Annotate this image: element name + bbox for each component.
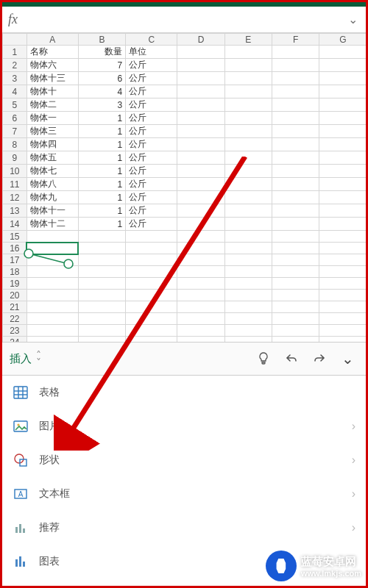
- cell-G12[interactable]: [319, 191, 366, 204]
- col-header-C[interactable]: C: [126, 34, 177, 46]
- table-row[interactable]: 10物体七1公斤: [3, 165, 367, 178]
- cell-E12[interactable]: [224, 191, 272, 204]
- cell-F9[interactable]: [272, 151, 319, 165]
- cell-C5[interactable]: 公斤: [126, 98, 177, 112]
- cell-F23[interactable]: [272, 325, 319, 337]
- row-header[interactable]: 12: [3, 191, 27, 204]
- cell-C1[interactable]: 单位: [126, 46, 177, 59]
- cell-G5[interactable]: [319, 98, 366, 112]
- col-header-A[interactable]: A: [26, 34, 78, 46]
- cell-C8[interactable]: 公斤: [126, 138, 177, 151]
- cell-D15[interactable]: [177, 231, 224, 243]
- cell-C20[interactable]: [126, 290, 177, 301]
- cell-A10[interactable]: 物体七: [26, 165, 78, 178]
- cell-A7[interactable]: 物体三: [26, 125, 78, 138]
- table-row[interactable]: 16: [3, 243, 367, 254]
- cell-E2[interactable]: [224, 59, 272, 72]
- row-header[interactable]: 7: [3, 125, 27, 138]
- cell-F1[interactable]: [272, 46, 319, 59]
- cell-D19[interactable]: [177, 278, 224, 290]
- row-header[interactable]: 19: [3, 278, 27, 290]
- cell-A20[interactable]: [26, 290, 78, 301]
- cell-D7[interactable]: [177, 125, 224, 138]
- cell-A18[interactable]: [26, 266, 78, 278]
- cell-D6[interactable]: [177, 112, 224, 125]
- cell-C6[interactable]: 公斤: [126, 112, 177, 125]
- insert-group-recommend[interactable]: 推荐›: [2, 511, 366, 545]
- cell-G16[interactable]: [319, 243, 366, 254]
- chevron-down-icon[interactable]: ⌄: [336, 348, 358, 370]
- cell-F7[interactable]: [272, 125, 319, 138]
- cell-F24[interactable]: [272, 337, 319, 343]
- cell-E24[interactable]: [224, 337, 272, 343]
- cell-B24[interactable]: [78, 337, 125, 343]
- cell-D17[interactable]: [177, 254, 224, 266]
- cell-B19[interactable]: [78, 278, 125, 290]
- cell-B18[interactable]: [78, 266, 125, 278]
- cell-E17[interactable]: [224, 254, 272, 266]
- cell-D9[interactable]: [177, 151, 224, 165]
- cell-C9[interactable]: 公斤: [126, 151, 177, 165]
- row-header[interactable]: 22: [3, 313, 27, 325]
- cell-G1[interactable]: [319, 46, 366, 59]
- cell-D2[interactable]: [177, 59, 224, 72]
- cell-B6[interactable]: 1: [78, 112, 125, 125]
- cell-E3[interactable]: [224, 72, 272, 85]
- insert-group-textbox[interactable]: A文本框›: [2, 477, 366, 511]
- row-header[interactable]: 17: [3, 254, 27, 266]
- row-header[interactable]: 16: [3, 243, 27, 254]
- cell-B21[interactable]: [78, 301, 125, 313]
- cell-B17[interactable]: [78, 254, 125, 266]
- cell-B23[interactable]: [78, 325, 125, 337]
- cell-G9[interactable]: [319, 151, 366, 165]
- cell-C21[interactable]: [126, 301, 177, 313]
- cell-G7[interactable]: [319, 125, 366, 138]
- table-row[interactable]: 7物体三1公斤: [3, 125, 367, 138]
- cell-F17[interactable]: [272, 254, 319, 266]
- cell-F8[interactable]: [272, 138, 319, 151]
- row-header[interactable]: 3: [3, 72, 27, 85]
- chevron-down-icon[interactable]: ⌄: [345, 12, 360, 26]
- insert-group-picture[interactable]: 图片›: [2, 409, 366, 443]
- cell-C4[interactable]: 公斤: [126, 85, 177, 98]
- cell-G24[interactable]: [319, 337, 366, 343]
- cell-G20[interactable]: [319, 290, 366, 301]
- cell-G13[interactable]: [319, 204, 366, 218]
- cell-C13[interactable]: 公斤: [126, 204, 177, 218]
- table-row[interactable]: 15: [3, 231, 367, 243]
- cell-B5[interactable]: 3: [78, 98, 125, 112]
- cell-G19[interactable]: [319, 278, 366, 290]
- cell-D3[interactable]: [177, 72, 224, 85]
- table-row[interactable]: 19: [3, 278, 367, 290]
- cell-D10[interactable]: [177, 165, 224, 178]
- cell-G15[interactable]: [319, 231, 366, 243]
- table-row[interactable]: 2物体六7公斤: [3, 59, 367, 72]
- cell-E11[interactable]: [224, 178, 272, 191]
- row-header[interactable]: 11: [3, 178, 27, 191]
- cell-C18[interactable]: [126, 266, 177, 278]
- cell-B1[interactable]: 数量: [78, 46, 125, 59]
- cell-D22[interactable]: [177, 313, 224, 325]
- cell-C22[interactable]: [126, 313, 177, 325]
- cell-G6[interactable]: [319, 112, 366, 125]
- cell-F13[interactable]: [272, 204, 319, 218]
- cell-E7[interactable]: [224, 125, 272, 138]
- cell-E22[interactable]: [224, 313, 272, 325]
- table-row[interactable]: 9物体五1公斤: [3, 151, 367, 165]
- cell-B22[interactable]: [78, 313, 125, 325]
- table-row[interactable]: 8物体四1公斤: [3, 138, 367, 151]
- table-row[interactable]: 4物体十4公斤: [3, 85, 367, 98]
- cell-B16[interactable]: [78, 243, 125, 254]
- row-header[interactable]: 18: [3, 266, 27, 278]
- cell-F12[interactable]: [272, 191, 319, 204]
- insert-group-shape[interactable]: 形状›: [2, 443, 366, 477]
- cell-A5[interactable]: 物体二: [26, 98, 78, 112]
- row-header[interactable]: 24: [3, 337, 27, 343]
- cell-B11[interactable]: 1: [78, 178, 125, 191]
- cell-F3[interactable]: [272, 72, 319, 85]
- row-header[interactable]: 10: [3, 165, 27, 178]
- cell-A11[interactable]: 物体八: [26, 178, 78, 191]
- cell-C15[interactable]: [126, 231, 177, 243]
- cell-D18[interactable]: [177, 266, 224, 278]
- cell-A17[interactable]: [26, 254, 78, 266]
